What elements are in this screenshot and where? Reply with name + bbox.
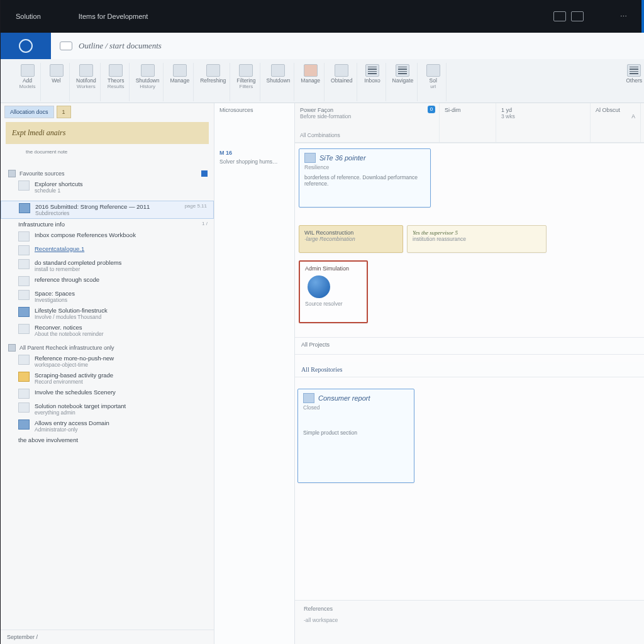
section-header-repositories[interactable]: All Repositories (295, 362, 644, 377)
left-row[interactable]: Lifestyle Solution-finestruckInvolve / m… (1, 305, 214, 322)
left-row[interactable]: Infrastructure info1 / (1, 219, 214, 230)
left-row[interactable]: Reconver. noticesAbout the notebook remi… (1, 322, 214, 339)
ribbon-obtained[interactable]: Obtained (327, 63, 357, 101)
left-row[interactable]: Space: SpacesInvestigations (1, 288, 214, 305)
ribbon-navigate[interactable]: Navigate (389, 63, 418, 101)
ribbon-sol[interactable]: Solurl (420, 63, 447, 101)
left-scroll[interactable]: Favourite sources Explorer shortcutssche… (1, 156, 214, 630)
quicktab-allocation[interactable]: Allocation docs (4, 106, 54, 118)
left-row[interactable]: Explorer shortcutsschedule 1 (1, 179, 214, 196)
title-bar-app-label: Solution (1, 13, 41, 20)
center-day-line: Solver shopping hums… (214, 157, 294, 170)
footer-label: References (295, 601, 644, 617)
calendar-col-2[interactable]: Si-dim (440, 103, 496, 142)
window-split-icon[interactable] (571, 11, 584, 21)
calendar-header-row: 0 Power Façon Before side-formation All … (295, 103, 644, 143)
left-section-parent[interactable]: All Parent Recheck infrastructure only (8, 344, 208, 352)
section-toggle-icon (8, 170, 16, 177)
window-screen-icon[interactable] (553, 11, 566, 21)
ribbon-refreshing[interactable]: Refreshing (196, 63, 230, 101)
left-row-link[interactable]: Recentcatalogue.1 (1, 243, 214, 257)
left-row[interactable]: Scraping-based activity gradeRecord envi… (1, 370, 214, 387)
left-row[interactable]: do standard completed problemsinstall to… (1, 257, 214, 274)
ribbon-manage[interactable]: Manage (166, 63, 194, 101)
app-window: Solution Items for Development ⋯ Outline… (1, 0, 644, 644)
left-row[interactable]: Involve the schedules Scenery (1, 387, 214, 401)
ribbon-theors[interactable]: TheorsResults (103, 63, 130, 101)
brand-circle-icon (19, 39, 33, 53)
left-row[interactable]: reference through scode (1, 274, 214, 288)
ribbon-notifond[interactable]: NotifondWorkers (72, 63, 101, 101)
globe-icon (308, 275, 330, 298)
center-day-label: M 16 (214, 148, 294, 157)
left-row[interactable]: Solution notebook target importanteveryt… (1, 401, 214, 418)
left-row[interactable]: Allows entry access DomainAdministrator-… (1, 418, 214, 435)
ribbon-others[interactable]: Others (621, 63, 644, 101)
main-body: Allocation docs 1 Expt lmedi anairs the … (1, 103, 644, 644)
left-row[interactable]: the above involvement (1, 435, 214, 445)
left-section-favourites[interactable]: Favourite sources (8, 170, 208, 177)
calendar-col-5[interactable]: InteracorsRemediation Worker (641, 103, 644, 142)
overflow-menu-icon[interactable]: ⋯ (619, 13, 629, 21)
title-bar: Solution Items for Development ⋯ (1, 0, 644, 33)
column-badge: 0 (428, 106, 435, 113)
quick-tabs: Allocation docs 1 (1, 103, 214, 121)
left-banner-sub: the document note (26, 149, 214, 155)
calendar-footer: References -all workspace (295, 600, 644, 644)
left-panel: Allocation docs 1 Expt lmedi anairs the … (1, 103, 214, 644)
event-card-site-pointer[interactable]: SiTe 36 pointer Resilience borderless of… (299, 148, 431, 208)
calendar-body[interactable]: SiTe 36 pointer Resilience borderless of… (295, 143, 644, 644)
title-bar-secondary-label: Items for Development (79, 13, 148, 20)
breadcrumb-bar: Outline / start documents (1, 33, 644, 59)
left-footer: September / (1, 630, 214, 644)
section-divider-projects[interactable]: All Projects ▾ (295, 337, 644, 355)
ribbon-inboxo[interactable]: Inboxo (360, 63, 386, 101)
breadcrumb-file-icon (60, 42, 72, 50)
account-tile[interactable] (641, 0, 644, 33)
root: Solution Items for Development ⋯ Outline… (0, 0, 644, 644)
footer-sublabel: -all workspace (295, 617, 644, 623)
ribbon-add-models[interactable]: AddModels (14, 63, 41, 101)
center-daylist: Microsources M 16 Solver shopping hums… (214, 103, 295, 644)
left-row-selected[interactable]: 2016 Submitted: Strong Reference — 2011S… (1, 201, 214, 219)
ribbon-shutdown[interactable]: ShutdownHistory (132, 63, 164, 101)
event-card-supervisor[interactable]: Yes the supervisor 5 institution reassur… (407, 225, 547, 253)
left-banner: Expt lmedi anairs (6, 122, 209, 144)
left-row[interactable]: Inbox compose References Workbook (1, 230, 214, 243)
file-icon (19, 203, 30, 213)
ribbon-filtering[interactable]: FilteringFilters (233, 63, 260, 101)
quicktab-1[interactable]: 1 (57, 106, 71, 118)
calendar-col-4[interactable]: Al ObscutA (591, 103, 641, 142)
breadcrumb-text: Outline / start documents (79, 41, 162, 51)
event-card-admin-sim-selected[interactable]: Admin Simulation Source resolver (299, 260, 368, 323)
section-toggle-icon (8, 344, 16, 352)
ribbon-manage2[interactable]: Manage (297, 63, 325, 101)
card-doc-icon (303, 393, 314, 403)
calendar-col-1[interactable]: 0 Power Façon Before side-formation All … (295, 103, 440, 142)
event-card-consumer-report[interactable]: Consumer report Closed Simple product se… (297, 389, 414, 483)
calendar-col-3[interactable]: 1 yd3 wks (496, 103, 591, 142)
app-brand-tile[interactable] (1, 33, 51, 59)
card-doc-icon (304, 153, 316, 163)
center-header: Microsources (214, 103, 294, 117)
ribbon-shutdown2[interactable]: Shutdown (263, 63, 295, 101)
ribbon: AddModels Wel NotifondWorkers TheorsResu… (1, 59, 644, 103)
section-badge-icon (201, 170, 208, 177)
calendar-area: 0 Power Façon Before side-formation All … (295, 103, 644, 644)
event-card-reconstruction[interactable]: WIL Reconstruction -large Recombination (299, 225, 403, 253)
left-row[interactable]: Reference more-no-push-newworkspace-obje… (1, 353, 214, 370)
ribbon-wel[interactable]: Wel (43, 63, 70, 101)
